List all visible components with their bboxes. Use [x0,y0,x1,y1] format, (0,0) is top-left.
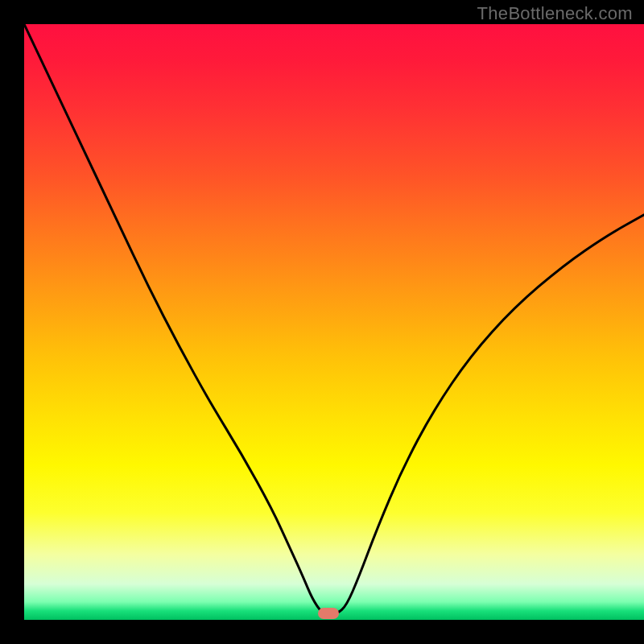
curve-layer [24,24,644,620]
plot-area [24,24,644,620]
chart-stage: TheBottleneck.com [0,0,644,644]
optimal-marker [318,608,339,619]
watermark-text: TheBottleneck.com [477,3,633,24]
bottleneck-curve [24,24,644,614]
